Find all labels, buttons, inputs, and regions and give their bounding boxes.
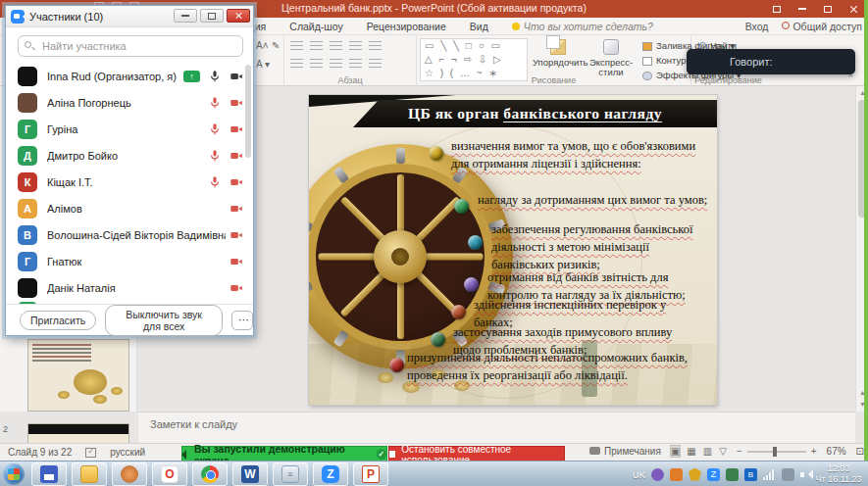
slide-thumbnail[interactable] [27, 339, 129, 412]
maximize-button[interactable] [200, 9, 224, 23]
close-button[interactable] [841, 0, 866, 18]
participant-row[interactable]: ККіщак І.Т. [18, 170, 243, 194]
quick-styles-button[interactable]: Экспресс-стили [586, 39, 637, 77]
paw-app-icon [121, 465, 138, 483]
minimize-button[interactable] [790, 0, 815, 18]
camera-muted-icon[interactable] [230, 122, 243, 136]
indent-decrease-icon[interactable] [330, 41, 342, 51]
participant-row[interactable]: Inna Rud (Организатор, я) ↑ [18, 65, 243, 88]
invite-button[interactable]: Пригласить [20, 311, 96, 330]
participants-titlebar[interactable]: Участники (10) [6, 6, 253, 27]
participants-scrollbar[interactable] [245, 65, 251, 158]
taskbar-app-opera[interactable]: O [152, 462, 187, 486]
indent-increase-icon[interactable] [349, 41, 362, 51]
participant-row[interactable]: ГГуріна [18, 118, 243, 141]
camera-icon[interactable] [230, 70, 243, 83]
arrange-button[interactable]: Упорядочить [533, 39, 584, 68]
minimize-button[interactable] [174, 9, 197, 23]
tray-display-icon[interactable] [726, 468, 739, 481]
folder-icon [80, 465, 98, 483]
normal-view-icon[interactable]: ▣ [671, 446, 680, 457]
grow-font-button[interactable]: A˄ [256, 40, 269, 51]
zoom-slider-thumb[interactable] [773, 447, 777, 457]
participant-name: Inna Rud (Организатор, я) [47, 71, 179, 82]
participants-list[interactable]: Inna Rud (Организатор, я) ↑ Аліна Погорн… [6, 63, 255, 308]
start-button[interactable] [3, 463, 25, 485]
justify-icon[interactable] [349, 59, 362, 69]
tell-me-box[interactable]: Что вы хотите сделать? [500, 21, 665, 32]
comments-button[interactable]: Примечания [589, 446, 661, 457]
numbering-icon[interactable] [310, 41, 323, 51]
share-button[interactable]: Общий доступ [782, 21, 862, 32]
zoom-level[interactable]: 67% [827, 446, 846, 457]
close-button[interactable] [227, 9, 250, 23]
volume-icon[interactable] [800, 469, 811, 480]
taskbar-app-paw[interactable] [112, 462, 147, 486]
mic-muted-icon[interactable] [208, 175, 222, 189]
taskbar-app-floppy[interactable] [31, 462, 67, 486]
participant-row[interactable]: Аліна Погорнець [18, 91, 243, 115]
taskbar-app-chrome[interactable] [192, 462, 228, 486]
participant-row[interactable]: ГГнатюк [18, 250, 243, 273]
more-options-button[interactable]: ⋯ [231, 311, 253, 330]
align-center-icon[interactable] [310, 59, 323, 69]
camera-muted-icon[interactable] [230, 228, 243, 242]
font-color-button[interactable]: A ▾ [256, 59, 270, 70]
taskbar-app-explorer[interactable] [72, 462, 107, 486]
participants-window[interactable]: Участники (10) Inna Rud (Организатор, я)… [5, 5, 254, 336]
bluetooth-icon[interactable]: B [744, 468, 757, 481]
proofing-icon[interactable] [85, 448, 96, 458]
camera-muted-icon[interactable] [230, 175, 243, 189]
tray-language[interactable]: UK [633, 469, 645, 480]
camera-muted-icon[interactable] [230, 281, 243, 295]
search-input[interactable] [18, 35, 243, 57]
participant-row[interactable]: Данік Наталія [18, 276, 243, 300]
mic-muted-icon[interactable] [208, 96, 222, 110]
font-tools: A˄ ✎ A ▾ [250, 35, 284, 86]
slide-sorter-icon[interactable]: ▦ [687, 446, 695, 457]
collapse-ribbon-icon[interactable]: ⌃ [846, 73, 854, 83]
tray-shield-icon[interactable] [689, 468, 701, 481]
tab-slideshow[interactable]: Слайд-шоу [278, 21, 354, 32]
viber-icon[interactable] [651, 468, 664, 481]
tab-view[interactable]: Вид [458, 21, 500, 32]
camera-muted-icon[interactable] [230, 96, 243, 110]
clear-format-button[interactable]: ✎ [272, 40, 280, 51]
tray-app-icon[interactable] [670, 468, 683, 481]
language-indicator[interactable]: русский [110, 447, 145, 458]
fit-slide-icon[interactable]: ⊡ [856, 446, 864, 457]
taskbar-clock[interactable]: 12:03 Чт 16.11.23 [813, 463, 864, 485]
bullets-icon[interactable] [290, 41, 303, 51]
ribbon-options-button[interactable] [764, 0, 790, 18]
network-icon[interactable] [763, 469, 776, 480]
taskbar-app-zoom[interactable]: Z [313, 462, 348, 486]
camera-muted-icon[interactable] [230, 255, 243, 268]
reading-view-icon[interactable]: ▥ [703, 446, 712, 457]
mute-all-button[interactable]: Выключить звук для всех [105, 305, 223, 336]
mic-muted-icon[interactable] [208, 122, 222, 136]
align-left-icon[interactable] [290, 59, 303, 69]
camera-muted-icon[interactable] [230, 202, 243, 216]
slide-canvas[interactable]: ЦБ як орган банківського нагляду [309, 95, 717, 405]
usb-icon[interactable] [782, 468, 794, 481]
participant-row[interactable]: ВВолошина-Сідей Вікторія Вадимівна [18, 223, 243, 247]
taskbar-app-powerpoint[interactable]: P [353, 462, 388, 486]
slideshow-icon[interactable]: ▽ [719, 446, 727, 457]
restore-button[interactable] [815, 0, 841, 18]
camera-muted-icon[interactable] [230, 149, 243, 163]
zoom-slider[interactable]: −+ [737, 446, 817, 457]
mic-muted-icon[interactable] [208, 149, 222, 163]
participant-row[interactable]: ДДмитро Бойко [18, 144, 243, 168]
taskbar-app-notepad[interactable]: ≡ [273, 462, 308, 486]
tab-review[interactable]: Рецензирование [355, 21, 458, 32]
taskbar-app-word[interactable]: W [232, 462, 268, 486]
taskbar: O W ≡ Z P UK Z B 12:03 Чт 16.11.23 [0, 461, 868, 486]
align-right-icon[interactable] [330, 59, 342, 69]
sign-in-link[interactable]: Вход [745, 21, 769, 32]
notes-pane[interactable]: Заметки к слайду [138, 412, 855, 443]
participant-row[interactable]: ААлімов [18, 197, 243, 220]
line-spacing-icon[interactable] [369, 41, 382, 51]
columns-icon[interactable] [369, 59, 382, 69]
tray-zoom-icon[interactable]: Z [707, 468, 720, 481]
mic-icon[interactable] [208, 70, 222, 83]
